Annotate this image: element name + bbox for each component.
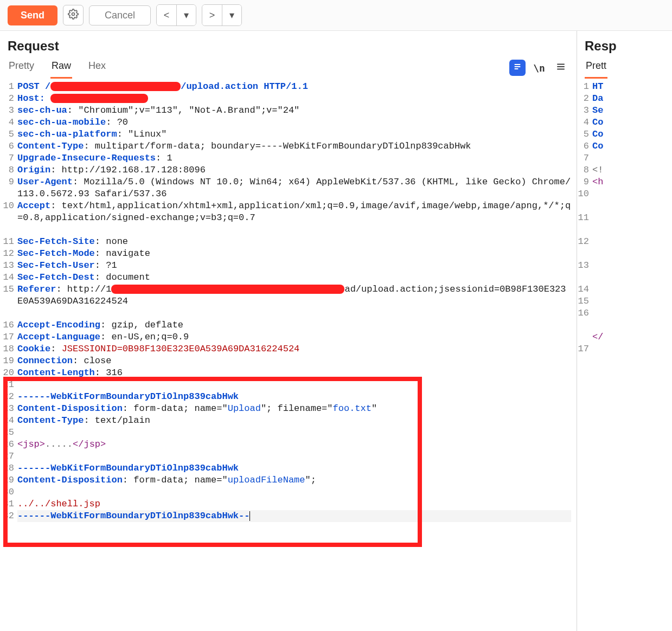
request-title: Request [8, 38, 569, 54]
hamburger-icon [556, 62, 566, 74]
response-editor[interactable]: 1234567891011121314151617 HTDaSeCoCoCo<!… [577, 79, 672, 631]
redaction-mark [50, 82, 181, 91]
nav-forward-dropdown[interactable]: ▾ [222, 5, 241, 25]
message-actions-button[interactable] [509, 60, 526, 76]
list-icon [513, 62, 522, 74]
newline-toggle-button[interactable]: \n [531, 60, 547, 76]
nav-back-dropdown[interactable]: ▾ [176, 5, 196, 25]
toolbar: Send Cancel < ▾ > ▾ [0, 0, 672, 31]
redaction-mark [111, 285, 344, 294]
request-panel: Request Pretty Raw Hex \n [0, 31, 577, 631]
response-panel: Resp Prett 1234567891011121314151617 HTD… [577, 31, 672, 631]
caret-down-icon: ▾ [184, 9, 189, 21]
response-tabs: Prett [585, 57, 607, 79]
nav-back-group: < ▾ [156, 4, 196, 26]
request-editor[interactable]: 1234567891011121314151617181920212223242… [0, 79, 577, 631]
view-menu-button[interactable] [553, 60, 569, 76]
chevron-left-icon: < [164, 10, 170, 21]
tab-hex[interactable]: Hex [87, 57, 107, 79]
gear-icon [68, 9, 79, 22]
settings-button[interactable] [63, 5, 84, 25]
caret-down-icon: ▾ [229, 9, 234, 21]
chevron-right-icon: > [209, 10, 215, 21]
request-code[interactable]: POST //upload.action HTTP/1.1Host: sec-c… [17, 81, 577, 631]
nav-forward-group: > ▾ [202, 4, 242, 26]
newline-icon: \n [533, 62, 545, 74]
tab-raw[interactable]: Raw [50, 57, 72, 79]
send-button[interactable]: Send [8, 5, 57, 25]
cancel-button[interactable]: Cancel [89, 5, 151, 25]
nav-forward-button[interactable]: > [202, 5, 222, 25]
request-gutter: 1234567891011121314151617181920212223242… [0, 81, 17, 631]
svg-point-0 [72, 13, 75, 16]
response-gutter: 1234567891011121314151617 [577, 81, 592, 631]
response-title: Resp [585, 38, 664, 54]
tab-response-pretty[interactable]: Prett [585, 57, 607, 79]
request-tabs: Pretty Raw Hex [8, 57, 107, 79]
response-code[interactable]: HTDaSeCoCoCo<!<h</ [592, 81, 672, 631]
nav-back-button[interactable]: < [157, 5, 176, 25]
tab-pretty[interactable]: Pretty [8, 57, 35, 79]
redaction-mark [50, 94, 148, 103]
